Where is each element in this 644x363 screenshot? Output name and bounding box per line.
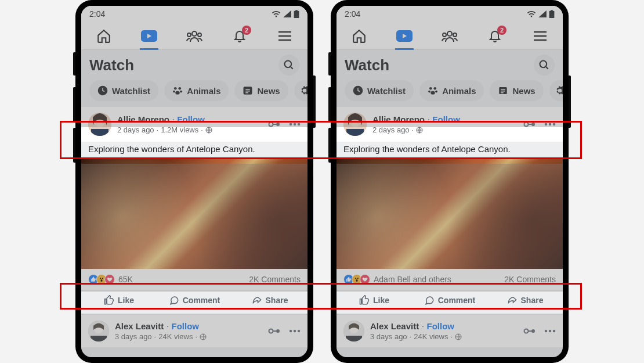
search-button[interactable] [278,55,299,76]
chip-animals[interactable]: Animals [164,80,229,101]
avatar[interactable] [88,321,109,342]
paw-icon [428,85,438,96]
post-views: 24K views [414,332,448,342]
switch-icon[interactable] [523,121,536,128]
chip-news[interactable]: News [234,80,288,101]
svg-point-12 [174,87,177,90]
svg-point-4 [187,33,191,37]
like-label: Like [118,296,134,305]
reaction-icons[interactable] [88,274,115,285]
status-time: 2:04 [89,9,105,19]
nav-menu[interactable] [267,22,302,50]
nav-notifications[interactable]: 2 [477,22,512,50]
comments-count[interactable]: 2K Comments [504,275,556,284]
svg-rect-1 [295,10,298,11]
post-time: 2 days ago [372,125,410,135]
share-button[interactable]: Share [487,290,563,310]
more-icon[interactable] [544,329,556,333]
svg-point-74 [553,123,555,125]
svg-point-41 [290,330,292,332]
globe-icon [455,333,462,340]
svg-point-28 [290,123,292,125]
post-author[interactable]: Allie Moreno [117,114,169,124]
svg-point-58 [428,91,430,93]
svg-point-3 [192,31,197,36]
like-icon [359,295,370,306]
chip-watchlist[interactable]: Watchlist [345,80,414,101]
nav-home[interactable] [342,22,377,50]
nav-watch[interactable] [132,22,167,50]
post-media[interactable] [81,159,307,269]
more-icon[interactable] [289,123,301,126]
svg-point-5 [198,33,201,37]
more-icon[interactable] [544,123,556,126]
switch-icon[interactable] [523,328,536,335]
reaction-count[interactable]: 65K [118,275,133,284]
nav-groups[interactable] [177,22,212,50]
svg-point-9 [285,61,292,68]
comment-button[interactable]: Comment [157,290,232,310]
svg-point-39 [277,330,279,332]
love-reaction-icon [104,274,115,285]
reaction-text[interactable]: Adam Bell and others [374,275,451,284]
chip-settings[interactable] [294,80,307,101]
avatar[interactable] [88,113,111,136]
svg-rect-36 [91,336,107,342]
svg-point-15 [180,91,182,93]
nav-watch[interactable] [387,22,422,50]
follow-link[interactable]: Follow [177,114,205,124]
svg-point-57 [434,87,437,90]
comment-button[interactable]: Comment [412,290,487,310]
svg-point-86 [549,330,551,332]
svg-line-54 [546,67,548,69]
switch-icon[interactable] [268,121,281,128]
follow-link[interactable]: Follow [172,321,200,331]
news-icon [243,85,253,96]
chip-settings[interactable] [549,80,563,101]
like-button[interactable]: Like [337,290,412,310]
globe-icon [416,127,423,134]
follow-link[interactable]: Follow [432,114,460,124]
post-author[interactable]: Allie Moreno [372,114,425,124]
svg-point-73 [549,123,551,125]
post-author[interactable]: Alex Leavitt [370,321,419,331]
post-media[interactable] [337,159,563,269]
svg-point-76 [357,278,359,279]
like-button[interactable]: Like [81,290,157,310]
comment-label: Comment [183,296,220,305]
svg-point-26 [277,123,279,125]
svg-rect-45 [551,10,553,11]
more-icon[interactable] [289,329,301,333]
post-next: Alex Leavitt · Follow 3 days ago · 24K v… [81,315,307,347]
chip-watchlist[interactable]: Watchlist [89,80,158,101]
nav-groups[interactable] [432,22,467,50]
nav-notifications[interactable]: 2 [222,22,257,50]
search-button[interactable] [534,55,555,76]
share-button[interactable]: Share [232,290,307,310]
svg-point-13 [179,87,182,90]
signal-icon [283,10,291,17]
svg-point-53 [540,61,547,68]
nav-home[interactable] [86,22,121,50]
svg-point-87 [553,330,555,332]
comments-count[interactable]: 2K Comments [249,275,301,284]
like-label: Like [373,296,389,305]
chip-animals[interactable]: Animals [419,80,484,101]
svg-point-56 [429,87,432,90]
svg-point-82 [524,329,529,333]
status-time: 2:04 [345,9,360,19]
chip-label: News [512,86,535,96]
svg-point-42 [294,330,296,332]
svg-point-16 [175,91,180,95]
post-time: 2 days ago [117,125,154,135]
switch-icon[interactable] [268,328,281,335]
post-author[interactable]: Alex Leavitt [115,321,164,331]
avatar[interactable] [343,113,367,136]
follow-link[interactable]: Follow [427,321,455,331]
avatar[interactable] [343,321,364,342]
reaction-icons[interactable] [343,274,370,285]
nav-menu[interactable] [523,22,558,50]
status-bar: 2:04 [81,6,307,22]
svg-point-30 [298,123,300,125]
chip-news[interactable]: News [490,80,543,101]
